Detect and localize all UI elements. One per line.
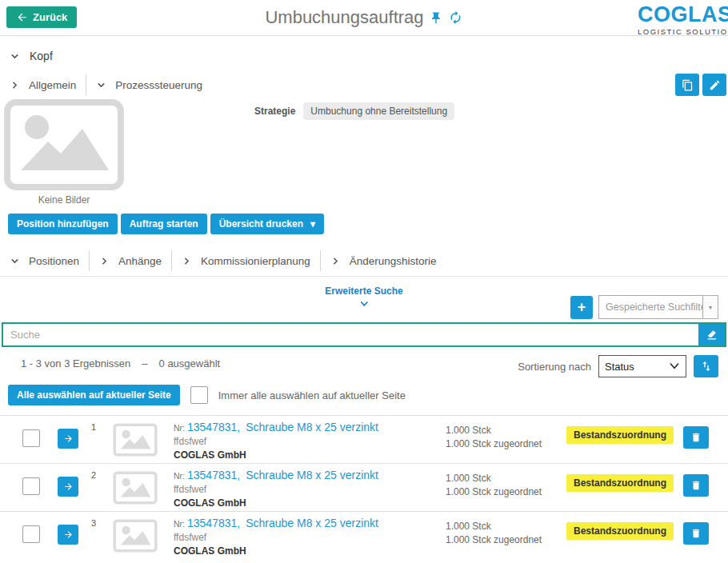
section-kopf-label: Kopf [30,50,53,62]
clear-search-button[interactable] [698,324,725,345]
position-number: 13547831, [187,421,240,433]
brand-name: COGLAS [638,4,728,26]
position-company: COGLAS GmbH [174,546,378,556]
image-placeholder [3,98,125,191]
chevron-down-icon [669,362,680,370]
tab-anhaenge-label: Anhänge [118,255,162,267]
saved-filters-select[interactable]: Gespeicherte Suchfilter ▾ [598,295,718,319]
tab-allgemein-label: Allgemein [29,79,76,91]
position-link[interactable]: 13547831,Schraube M8 x 25 verzinkt [187,469,378,481]
position-subtitle: ffdsfwef [174,533,378,542]
position-name: Schraube M8 x 25 verzinkt [246,469,378,481]
no-images-label: Keine Bilder [3,194,125,206]
pin-icon[interactable] [430,11,443,25]
search-input[interactable] [3,324,698,345]
results-count: 1 - 3 von 3 Ergebnissen [21,357,130,369]
edit-button[interactable] [702,74,726,96]
sort-value: Status [605,361,669,373]
add-filter-button[interactable]: + [570,296,593,319]
divider-line [0,276,728,277]
tab-allgemein[interactable]: Allgemein [10,79,76,91]
select-all-button-label: Alle auswählen auf aktueller Seite [17,389,171,401]
trash-icon [690,432,702,443]
print-overview-label: Übersicht drucken [219,218,303,230]
divider [86,74,86,95]
image-placeholder-icon [3,98,125,191]
delete-position-button[interactable] [683,522,709,545]
select-all-button[interactable]: Alle auswählen auf aktueller Seite [8,385,180,405]
chevron-right-icon [10,80,20,90]
image-placeholder-icon [112,471,158,505]
status-badge: Bestandszuordnung [566,522,674,540]
arrow-right-icon [63,529,74,540]
section-tabs: Positionen Anhänge Kommissionierplanung … [10,250,437,271]
position-info: Nr: 13547831,Schraube M8 x 25 verzinkt f… [174,469,378,508]
tab-aenderungshistorie-label: Änderungshistorie [350,255,437,267]
chevron-down-icon [96,80,106,90]
chevron-right-icon [182,256,192,266]
open-position-button[interactable] [58,429,78,449]
delete-position-button[interactable] [683,474,709,497]
toolbar: Position hinzufügen Auftrag starten Über… [8,214,324,234]
chevron-down-icon [10,256,20,266]
tab-kommissionierplanung[interactable]: Kommissionierplanung [182,255,310,267]
image-placeholder-icon [112,519,158,553]
tab-prozesssteuerung[interactable]: Prozesssteuerung [96,79,202,91]
quantity: 1.000 Stck [446,520,542,533]
start-order-button[interactable]: Auftrag starten [121,214,207,234]
sort-controls: Sortierung nach Status [518,355,718,377]
row-checkbox[interactable] [22,477,40,495]
open-position-button[interactable] [58,525,78,545]
brand-tagline: LOGISTIC SOLUTION [638,28,728,36]
open-position-button[interactable] [58,477,78,497]
always-select-all-checkbox[interactable] [190,386,208,404]
advanced-search-toggle[interactable]: Erweiterte Suche [325,285,402,308]
plus-icon: + [578,299,586,316]
strategie-field: Strategie Umbuchung ohne Bereitstellung [254,102,454,120]
position-info: Nr: 13547831,Schraube M8 x 25 verzinkt f… [174,421,378,460]
caret-down-icon: ▾ [310,218,315,230]
strategie-label: Strategie [254,102,295,117]
page-title-wrap: Umbuchungsauftrag [265,7,462,28]
position-name: Schraube M8 x 25 verzinkt [246,421,378,433]
refresh-icon[interactable] [449,10,463,25]
print-overview-button[interactable]: Übersicht drucken ▾ [210,214,324,234]
sort-direction-button[interactable] [694,355,718,377]
row-checkbox[interactable] [22,429,40,447]
tab-anhaenge[interactable]: Anhänge [99,255,162,267]
divider [171,250,172,271]
chevron-down-icon [10,51,20,62]
pencil-icon [709,79,721,91]
tab-prozesssteuerung-label: Prozesssteuerung [115,79,202,91]
arrow-right-icon [63,481,74,492]
position-subtitle: ffdsfwef [174,437,378,446]
back-button-label: Zurück [33,11,67,23]
status-badge: Bestandszuordnung [566,474,674,492]
position-row-3: 3 Nr: 13547831,Schraube M8 x 25 verzinkt… [0,511,728,559]
quantity: 1.000 Stck [446,424,542,437]
back-button[interactable]: Zurück [6,6,77,28]
delete-position-button[interactable] [683,426,709,449]
tab-aenderungshistorie[interactable]: Änderungshistorie [330,255,437,267]
position-link[interactable]: 13547831,Schraube M8 x 25 verzinkt [187,421,378,433]
quantity-block: 1.000 Stck 1.000 Stck zugeordnet [446,472,542,499]
trash-icon [690,528,702,539]
copy-button[interactable] [675,74,699,96]
quantity-block: 1.000 Stck 1.000 Stck zugeordnet [446,424,542,451]
kopf-subtabs: Allgemein Prozesssteuerung [10,74,202,95]
search-bar [2,322,726,347]
positions-list: 1 Nr: 13547831,Schraube M8 x 25 verzinkt… [0,415,728,559]
sort-label: Sortierung nach [518,361,591,373]
row-checkbox[interactable] [22,525,40,543]
tab-positionen[interactable]: Positionen [10,255,79,267]
header: Zurück Umbuchungsauftrag COGLAS LOGISTIC… [0,0,728,36]
sort-select[interactable]: Status [598,355,686,377]
add-position-button[interactable]: Position hinzufügen [8,214,118,234]
caret-down-icon: ▾ [702,296,718,318]
section-kopf-toggle[interactable]: Kopf [10,50,53,62]
image-placeholder-icon [112,423,158,457]
selected-count: 0 ausgewählt [159,357,221,369]
position-link[interactable]: 13547831,Schraube M8 x 25 verzinkt [187,517,378,529]
copy-icon [682,79,694,91]
tab-kommissionierplanung-label: Kommissionierplanung [201,255,310,267]
